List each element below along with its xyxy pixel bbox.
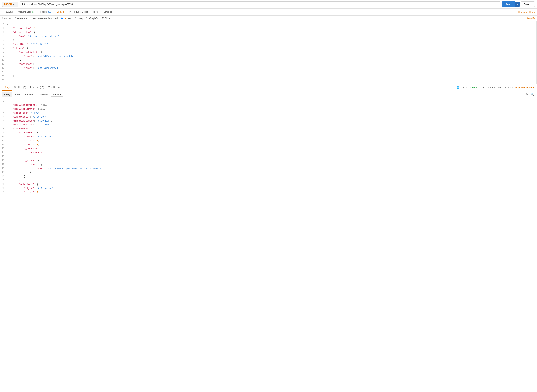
res-line-13: 13 "_embedded": { <box>0 147 537 151</box>
body-type-form-data[interactable]: form-data <box>14 17 27 20</box>
req-line-5: 5 }, <box>0 39 537 42</box>
status-value: 200 OK <box>470 86 478 89</box>
format-tab-pretty[interactable]: Pretty <box>2 92 12 97</box>
method-selector[interactable]: PATCH ▼ <box>2 2 19 7</box>
format-label: JSON <box>102 17 108 20</box>
req-line-4: 4 "raw": "A new **description**" <box>0 35 537 39</box>
headers-badge: (11) <box>48 11 51 13</box>
res-line-20: 20 } <box>0 175 537 179</box>
res-line-17: 17 "self": { <box>0 163 537 167</box>
body-type-raw[interactable]: raw <box>61 17 71 20</box>
res-line-12: 12 "count": 0, <box>0 143 537 147</box>
res-line-8: 8 "_embedded": { <box>0 127 537 131</box>
response-body-viewer: 1 { 2 "derivedStartDate": null, 3 "deriv… <box>0 98 537 196</box>
body-dot <box>63 11 64 13</box>
res-line-15: 15 }, <box>0 155 537 159</box>
res-line-11: 11 "total": 0, <box>0 139 537 143</box>
res-line-16: 16 "_links": { <box>0 159 537 163</box>
tab-authorization[interactable]: Authorization <box>15 9 36 15</box>
res-line-18: 18 "href": "/api/v3/work_packages/3053/a… <box>0 167 537 171</box>
res-line-22: 22 "relations": { <box>0 183 537 187</box>
code-link[interactable]: Code <box>529 11 535 13</box>
send-button[interactable]: Send <box>502 1 515 7</box>
format-tab-raw[interactable]: Raw <box>13 92 22 97</box>
response-format-row: Pretty Raw Preview Visualize JSON ▼ ≡ ⧉ … <box>0 91 537 98</box>
body-type-none[interactable]: none <box>2 17 11 20</box>
req-line-14: 14 } <box>0 74 537 78</box>
request-tabs: Params Authorization Headers (11) Body P… <box>0 9 537 15</box>
send-dropdown-button[interactable]: ▼ <box>515 2 520 7</box>
response-tabs: Body Cookies (3) Headers (15) Test Resul… <box>0 84 537 91</box>
save-chevron-icon: ▼ <box>530 3 532 6</box>
body-type-row: none form-data x-www-form-urlencoded raw… <box>0 15 537 21</box>
req-line-2: 2 "lockVersion": 1, <box>0 27 537 31</box>
tab-settings[interactable]: Settings <box>101 9 115 15</box>
req-line-6: 6 "startDate": "2020-12-01", <box>0 42 537 47</box>
req-line-7: 7 "_links": { <box>0 47 537 51</box>
tab-pre-request[interactable]: Pre-request Script <box>66 9 90 15</box>
res-line-5: 5 "laborCosts": "0.00 EUR", <box>0 115 537 119</box>
req-line-9: 9 "href": "/api/v3/custom_options/207" <box>0 54 537 58</box>
body-right: Beautify <box>526 17 535 20</box>
req-line-8: 8 "customField6": { <box>0 51 537 54</box>
req-line-11: 11 "assignee": { <box>0 62 537 66</box>
res-line-14: 14 "elements": [] <box>0 151 537 155</box>
size-value: 12.58 KB <box>504 86 513 89</box>
format-selector[interactable]: JSON ▼ <box>102 17 111 20</box>
tab-tests[interactable]: Tests <box>90 9 101 15</box>
format-tab-visualize[interactable]: Visualize <box>37 92 49 97</box>
res-line-9: 9 "attachments": { <box>0 131 537 135</box>
send-button-group: Send ▼ <box>502 1 520 7</box>
method-chevron-icon: ▼ <box>13 3 14 5</box>
res-line-19: 19 } <box>0 171 537 175</box>
req-line-1: 1 { <box>0 23 537 27</box>
top-bar: PATCH ▼ Send ▼ Save ▼ <box>0 0 537 9</box>
res-line-2: 2 "derivedStartDate": null, <box>0 103 537 107</box>
copy-button[interactable]: ⧉ <box>525 92 528 97</box>
cookies-link[interactable]: Cookies <box>518 11 527 13</box>
response-format-selector[interactable]: JSON ▼ <box>51 92 63 97</box>
raw-dot <box>65 18 66 19</box>
format-tab-preview[interactable]: Preview <box>23 92 35 97</box>
req-line-3: 3 "description": { <box>0 31 537 35</box>
body-type-binary[interactable]: binary <box>74 17 83 20</box>
req-line-12: 12 "href": "/api/v3/users/4" <box>0 66 537 70</box>
res-line-24: 24 "total": 1, <box>0 191 537 195</box>
authorization-dot <box>32 11 33 13</box>
save-button[interactable]: Save ▼ <box>521 1 535 7</box>
response-tab-test-results[interactable]: Test Results <box>46 84 63 91</box>
time-value: 1054 ms <box>486 86 495 89</box>
method-label: PATCH <box>4 3 12 6</box>
req-line-10: 10 }, <box>0 58 537 62</box>
filter-icon-button[interactable]: ≡ <box>65 92 68 97</box>
body-type-urlencoded[interactable]: x-www-form-urlencoded <box>30 17 58 20</box>
res-line-3: 3 "derivedDueDate": null, <box>0 107 537 111</box>
res-line-4: 4 "spentTime": "PT0S", <box>0 111 537 115</box>
save-response-button[interactable]: Save Response ▼ <box>514 86 535 89</box>
search-button[interactable]: 🔍 <box>530 92 535 97</box>
response-meta: 🌐 Status: 200 OK Time: 1054 ms Size: 12.… <box>457 86 535 89</box>
globe-icon: 🌐 <box>457 86 459 89</box>
editor-scrollbar[interactable] <box>536 21 537 84</box>
res-line-23: 23 "_type": "Collection", <box>0 187 537 191</box>
req-line-13: 13 } <box>0 70 537 74</box>
response-format-chevron-icon: ▼ <box>59 93 62 96</box>
req-line-15: 15 } <box>0 78 537 82</box>
beautify-button[interactable]: Beautify <box>526 17 535 20</box>
request-body-editor[interactable]: 1 { 2 "lockVersion": 1, 3 "description":… <box>0 21 537 84</box>
response-tab-headers[interactable]: Headers (15) <box>28 84 46 91</box>
tab-body[interactable]: Body <box>54 9 66 15</box>
res-line-10: 10 "_type": "Collection", <box>0 135 537 139</box>
res-line-21: 21 }, <box>0 179 537 183</box>
response-format-label: JSON <box>52 93 59 96</box>
res-line-7: 7 "overallCosts": "0.00 EUR", <box>0 123 537 127</box>
response-tab-cookies[interactable]: Cookies (3) <box>12 84 28 91</box>
body-type-graphql[interactable]: GraphQL <box>86 17 99 20</box>
tab-params[interactable]: Params <box>2 9 15 15</box>
res-line-1: 1 { <box>0 99 537 103</box>
url-input[interactable] <box>20 1 500 7</box>
format-chevron-icon: ▼ <box>108 17 111 20</box>
tab-headers[interactable]: Headers (11) <box>36 9 54 15</box>
save-label: Save <box>524 3 529 6</box>
response-tab-body[interactable]: Body <box>2 84 12 91</box>
